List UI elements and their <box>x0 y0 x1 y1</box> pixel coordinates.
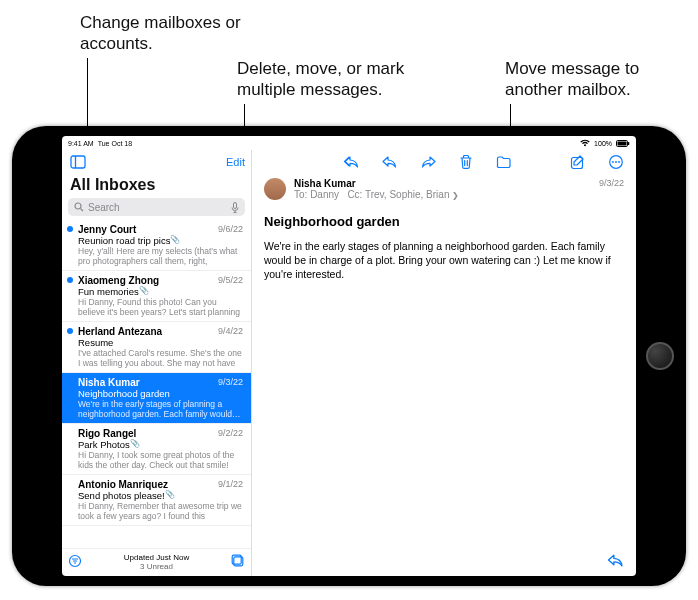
row-subject: Send photos please! <box>78 490 165 501</box>
list-item[interactable]: Xiaomeng Zhong9/5/22Fun memories📎Hi Dann… <box>62 271 251 322</box>
list-item[interactable]: Jenny Court9/6/22Reunion road trip pics📎… <box>62 220 251 271</box>
row-date: 9/3/22 <box>218 377 243 388</box>
svg-point-18 <box>618 161 620 163</box>
mic-icon[interactable] <box>231 202 239 213</box>
svg-rect-7 <box>234 202 237 208</box>
more-icon[interactable] <box>606 152 626 172</box>
to-label: To: <box>294 189 307 200</box>
row-preview: Hey, y'all! Here are my selects (that's … <box>78 246 243 266</box>
row-from: Nisha Kumar <box>78 377 218 388</box>
svg-rect-2 <box>628 142 629 145</box>
message-recipients[interactable]: To: Danny Cc: Trev, Sophie, Brian ❯ <box>294 189 591 200</box>
status-time: 9:41 AM <box>68 140 94 147</box>
status-unread: 3 Unread <box>88 562 225 572</box>
row-from: Rigo Rangel <box>78 428 218 439</box>
reply-icon[interactable] <box>606 550 626 570</box>
message-list-pane: Edit All Inboxes Search Jenny Court9/6/2… <box>62 150 252 576</box>
new-mailbox-icon[interactable] <box>231 554 245 570</box>
status-updated: Updated Just Now <box>88 553 225 563</box>
search-icon <box>74 202 84 212</box>
wifi-icon <box>580 139 590 147</box>
compose-icon[interactable] <box>568 152 588 172</box>
status-battery-pct: 100% <box>594 140 612 147</box>
row-preview: We're in the early stages of planning a … <box>78 399 243 419</box>
list-item[interactable]: Antonio Manriquez9/1/22Send photos pleas… <box>62 475 251 526</box>
unread-dot <box>67 277 73 283</box>
cc-value: Trev, Sophie, Brian <box>365 189 449 200</box>
paperclip-icon: 📎 <box>139 286 149 297</box>
message-pane: Nisha Kumar To: Danny Cc: Trev, Sophie, … <box>252 150 636 576</box>
home-button[interactable] <box>646 342 674 370</box>
paperclip-icon: 📎 <box>130 439 140 450</box>
unread-dot <box>67 226 73 232</box>
svg-point-5 <box>75 203 81 209</box>
search-placeholder: Search <box>88 202 227 213</box>
ipad-frame: 9:41 AM Tue Oct 18 100% Edit <box>12 126 686 586</box>
cc-label: Cc: <box>347 189 362 200</box>
list-item[interactable]: Nisha Kumar9/3/22Neighborhood gardenWe'r… <box>62 373 251 424</box>
row-from: Xiaomeng Zhong <box>78 275 218 286</box>
status-bar: 9:41 AM Tue Oct 18 100% <box>62 136 636 150</box>
row-date: 9/2/22 <box>218 428 243 439</box>
edit-button[interactable]: Edit <box>226 156 245 168</box>
row-subject: Resume <box>78 337 113 348</box>
row-subject: Fun memories <box>78 286 139 297</box>
unread-dot <box>67 328 73 334</box>
reply-icon[interactable] <box>380 152 400 172</box>
svg-line-6 <box>81 209 84 212</box>
row-date: 9/1/22 <box>218 479 243 490</box>
avatar[interactable] <box>264 178 286 200</box>
screen: 9:41 AM Tue Oct 18 100% Edit <box>62 136 636 576</box>
annotation-edit: Delete, move, or mark multiple messages. <box>237 58 457 101</box>
battery-icon <box>616 140 630 147</box>
row-preview: Hi Danny, Remember that awesome trip we … <box>78 501 243 521</box>
reply-all-icon[interactable] <box>342 152 362 172</box>
row-from: Jenny Court <box>78 224 218 235</box>
row-from: Herland Antezana <box>78 326 218 337</box>
folder-icon[interactable] <box>494 152 514 172</box>
message-date: 9/3/22 <box>599 178 624 188</box>
sidebar-icon[interactable] <box>68 152 88 172</box>
row-date: 9/5/22 <box>218 275 243 286</box>
row-subject: Reunion road trip pics <box>78 235 170 246</box>
svg-point-16 <box>612 161 614 163</box>
row-subject: Park Photos <box>78 439 130 450</box>
search-input[interactable]: Search <box>68 198 245 216</box>
annotation-mailboxes: Change mailboxes or accounts. <box>80 12 280 55</box>
row-date: 9/6/22 <box>218 224 243 235</box>
message-from[interactable]: Nisha Kumar <box>294 178 591 189</box>
annotation-move: Move message to another mailbox. <box>505 58 685 101</box>
paperclip-icon: 📎 <box>165 490 175 501</box>
svg-point-17 <box>615 161 617 163</box>
row-preview: Hi Danny, I took some great photos of th… <box>78 450 243 470</box>
annotation-text: Move message to another mailbox. <box>505 59 639 99</box>
row-date: 9/4/22 <box>218 326 243 337</box>
annotation-text: Change mailboxes or accounts. <box>80 13 241 53</box>
trash-icon[interactable] <box>456 152 476 172</box>
mailbox-title: All Inboxes <box>62 174 251 198</box>
svg-rect-1 <box>618 141 627 145</box>
message-subject: Neighborhood garden <box>264 214 624 229</box>
row-preview: Hi Danny, Found this photo! Can you beli… <box>78 297 243 317</box>
svg-rect-3 <box>71 156 85 168</box>
filter-icon[interactable] <box>68 554 82 570</box>
forward-icon[interactable] <box>418 152 438 172</box>
annotation-text: Delete, move, or mark multiple messages. <box>237 59 404 99</box>
row-preview: I've attached Carol's resume. She's the … <box>78 348 243 368</box>
row-from: Antonio Manriquez <box>78 479 218 490</box>
to-value: Danny <box>310 189 339 200</box>
status-date: Tue Oct 18 <box>98 140 132 147</box>
list-item[interactable]: Rigo Rangel9/2/22Park Photos📎Hi Danny, I… <box>62 424 251 475</box>
list-item[interactable]: Herland Antezana9/4/22ResumeI've attache… <box>62 322 251 373</box>
message-body: We're in the early stages of planning a … <box>264 239 624 282</box>
row-subject: Neighborhood garden <box>78 388 170 399</box>
chevron-right-icon: ❯ <box>452 191 459 200</box>
paperclip-icon: 📎 <box>170 235 180 246</box>
